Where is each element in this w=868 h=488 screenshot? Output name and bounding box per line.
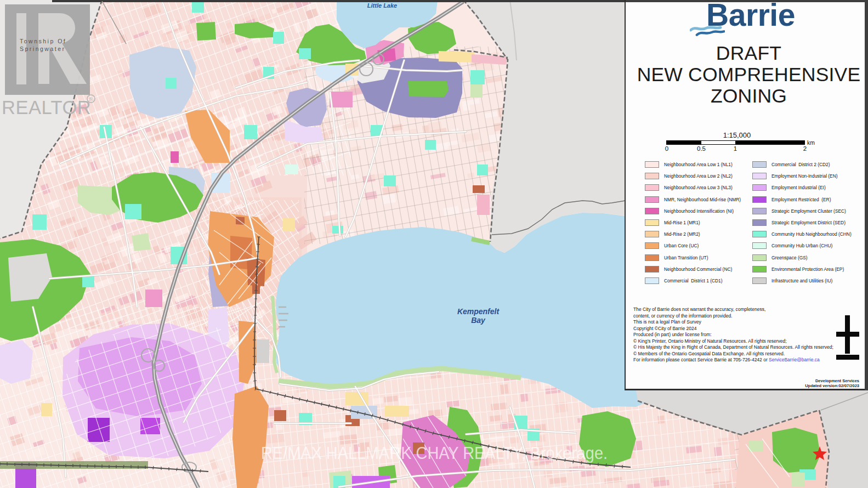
svg-text:Springwater: Springwater — [20, 46, 66, 52]
svg-text:Kempenfelt: Kempenfelt — [457, 307, 500, 316]
svg-text:Little Lake: Little Lake — [367, 2, 397, 9]
svg-text:Bay: Bay — [471, 316, 486, 325]
svg-text:RE/MAX HALLMARK CHAY REALTY,: RE/MAX HALLMARK CHAY REALTY, Brokerage. — [261, 443, 608, 463]
svg-text:Township Of: Township Of — [20, 38, 66, 44]
svg-text:REALTOR: REALTOR — [2, 97, 91, 118]
svg-text:R: R — [89, 97, 93, 102]
